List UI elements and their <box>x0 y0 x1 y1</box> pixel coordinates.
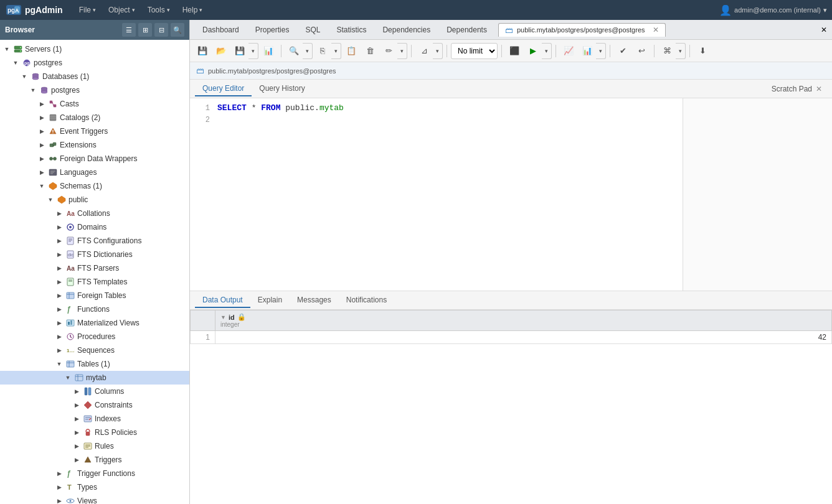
toolbar-paste-btn[interactable]: 📋 <box>343 43 360 59</box>
expand-fts-dict[interactable]: ▶ <box>55 250 64 259</box>
expand-functions[interactable]: ▶ <box>55 305 64 314</box>
expand-servers[interactable]: ▼ <box>2 45 11 54</box>
toolbar-stop-btn[interactable]: ⬛ <box>506 43 523 59</box>
tree-node-event-triggers[interactable]: ▶Event Triggers <box>0 124 189 138</box>
tab-dependencies[interactable]: Dependencies <box>375 23 438 37</box>
tree-node-types[interactable]: ▶TTypes <box>0 480 189 494</box>
expand-foreign-tables[interactable]: ▶ <box>55 291 64 300</box>
tree-node-constraints[interactable]: ▶Constraints <box>0 398 189 412</box>
tree-node-public[interactable]: ▼public <box>0 193 189 207</box>
tree-node-procedures[interactable]: ▶Procedures <box>0 330 189 343</box>
expand-types[interactable]: ▶ <box>55 483 64 492</box>
toolbar-download-btn[interactable]: ⬇ <box>694 43 711 59</box>
toolbar-macros-btn[interactable]: ⌘ <box>658 43 676 59</box>
scratch-pad-close[interactable]: ✕ <box>816 85 822 93</box>
toolbar-filter-caret-btn[interactable]: ▾ <box>433 43 443 59</box>
tree-node-foreign-tables[interactable]: ▶Foreign Tables <box>0 289 189 302</box>
tab-query-editor[interactable]: Query Editor <box>195 82 252 96</box>
expand-collations[interactable]: ▶ <box>55 209 64 218</box>
tree-node-fts-templates[interactable]: ▶FTS Templates <box>0 275 189 289</box>
expand-schemas[interactable]: ▼ <box>37 182 46 190</box>
toolbar-save-file-btn[interactable]: 💾 <box>194 43 211 59</box>
expand-postgres-db[interactable]: ▼ <box>29 86 37 95</box>
tree-node-postgres-server[interactable]: ▼pgpostgres <box>0 56 189 70</box>
results-tab-explain[interactable]: Explain <box>250 293 290 308</box>
tab-statistics[interactable]: Statistics <box>329 23 374 37</box>
results-tab-notifications[interactable]: Notifications <box>339 293 394 308</box>
sidebar-collapse-btn[interactable]: ⊟ <box>154 23 168 37</box>
expand-public[interactable]: ▼ <box>46 195 55 204</box>
toolbar-limit-select[interactable]: No limit 100 500 1000 <box>451 43 498 59</box>
toolbar-filter-btn[interactable]: ⊿ <box>415 43 433 59</box>
toolbar-view-data-btn[interactable]: 📊 <box>260 43 277 59</box>
query-tab[interactable]: 🗃 public.mytab/postgres/postgres@postgre… <box>498 23 666 37</box>
toolbar-save-btn[interactable]: 💾 <box>231 43 248 59</box>
menu-help[interactable]: Help ▾ <box>176 3 209 17</box>
toolbar-edit-btn[interactable]: ✏ <box>380 43 397 59</box>
expand-languages[interactable]: ▶ <box>37 168 46 177</box>
tree-node-schemas[interactable]: ▼Schemas (1) <box>0 179 189 193</box>
tree-node-catalogs[interactable]: ▶Catalogs (2) <box>0 111 189 124</box>
tree-node-trigger-functions[interactable]: ▶ƒTrigger Functions <box>0 467 189 480</box>
tree-node-mat-views[interactable]: ▶Materialized Views <box>0 316 189 330</box>
tree-node-mytab[interactable]: ▼mytab <box>0 371 189 385</box>
expand-triggers[interactable]: ▶ <box>72 455 81 464</box>
tree-node-casts[interactable]: ▶Casts <box>0 97 189 111</box>
expand-constraints[interactable]: ▶ <box>72 401 81 409</box>
tree-node-rules[interactable]: ▶Rules <box>0 439 189 453</box>
results-tab-data-output[interactable]: Data Output <box>195 293 250 308</box>
toolbar-find-btn[interactable]: 🔍 <box>285 43 303 59</box>
expand-columns[interactable]: ▶ <box>72 387 81 396</box>
tab-query-history[interactable]: Query History <box>252 82 312 96</box>
toolbar-copy-caret-btn[interactable]: ▾ <box>331 43 341 59</box>
tab-sql[interactable]: SQL <box>298 23 328 37</box>
expand-indexes[interactable]: ▶ <box>72 414 81 423</box>
results-tab-messages[interactable]: Messages <box>290 293 339 308</box>
menu-file[interactable]: File ▾ <box>73 3 102 17</box>
toolbar-copy-btn[interactable]: ⎘ <box>314 43 331 59</box>
toolbar-explain-caret-btn[interactable]: ▾ <box>596 43 606 59</box>
toolbar-find-caret-btn[interactable]: ▾ <box>303 43 313 59</box>
tree-node-fts-dict[interactable]: ▶dicFTS Dictionaries <box>0 248 189 261</box>
expand-procedures[interactable]: ▶ <box>55 332 64 341</box>
tree-node-triggers[interactable]: ▶Triggers <box>0 453 189 467</box>
toolbar-edit-caret-btn[interactable]: ▾ <box>397 43 407 59</box>
toolbar-run-btn[interactable]: ▶ <box>524 43 542 59</box>
toolbar-run-caret-btn[interactable]: ▾ <box>542 43 552 59</box>
expand-postgres-server[interactable]: ▼ <box>11 58 20 67</box>
tree-node-postgres-db[interactable]: ▼postgres <box>0 83 189 97</box>
toolbar-explain-btn[interactable]: 📈 <box>560 43 577 59</box>
expand-trigger-functions[interactable]: ▶ <box>55 469 64 478</box>
tree-node-columns[interactable]: ▶Columns <box>0 385 189 398</box>
tree-node-tables[interactable]: ▼Tables (1) <box>0 357 189 371</box>
menu-object[interactable]: Object ▾ <box>102 3 141 17</box>
tree-node-functions[interactable]: ▶ƒFunctions <box>0 302 189 316</box>
expand-tables[interactable]: ▼ <box>55 360 64 368</box>
expand-fts-templates[interactable]: ▶ <box>55 278 64 286</box>
expand-catalogs[interactable]: ▶ <box>37 113 46 122</box>
menu-tools[interactable]: Tools ▾ <box>141 3 176 17</box>
toolbar-explain-analyze-btn[interactable]: 📊 <box>579 43 596 59</box>
toolbar-macros-caret-btn[interactable]: ▾ <box>676 43 686 59</box>
expand-fdw[interactable]: ▶ <box>37 154 46 163</box>
expand-mat-views[interactable]: ▶ <box>55 319 64 327</box>
expand-databases[interactable]: ▼ <box>20 72 29 81</box>
toolbar-delete-btn[interactable]: 🗑 <box>361 43 379 59</box>
tab-dashboard[interactable]: Dashboard <box>195 23 247 37</box>
expand-fts-config[interactable]: ▶ <box>55 236 64 245</box>
scratch-pad-area[interactable] <box>683 98 832 291</box>
tree-node-databases[interactable]: ▼Databases (1) <box>0 70 189 83</box>
expand-mytab[interactable]: ▼ <box>64 373 72 382</box>
tree-node-views[interactable]: ▶Views <box>0 494 189 504</box>
expand-casts[interactable]: ▶ <box>37 100 46 108</box>
tree-node-fts-parsers[interactable]: ▶AaFTS Parsers <box>0 261 189 275</box>
sidebar-menu-btn[interactable]: ☰ <box>122 23 136 37</box>
tab-properties[interactable]: Properties <box>248 23 297 37</box>
tree-node-fts-config[interactable]: ▶FTS Configurations <box>0 234 189 248</box>
toolbar-rollback-btn[interactable]: ↩ <box>633 43 650 59</box>
tree-node-indexes[interactable]: ▶Indexes <box>0 412 189 426</box>
expand-event-triggers[interactable]: ▶ <box>37 127 46 136</box>
tree-node-extensions[interactable]: ▶Extensions <box>0 138 189 152</box>
expand-domains[interactable]: ▶ <box>55 223 64 231</box>
tree-node-collations[interactable]: ▶AaCollations <box>0 207 189 220</box>
